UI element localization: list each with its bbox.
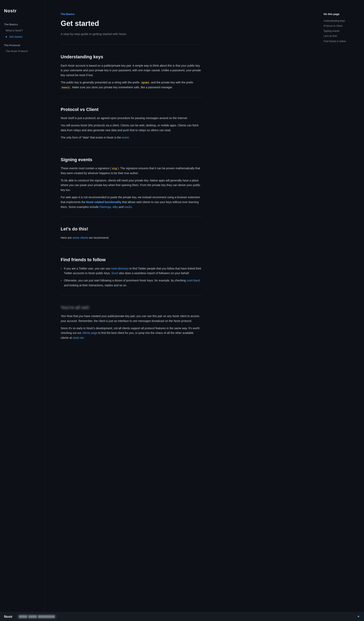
find-friends-list: If you are a Twitter user, you can use n… xyxy=(61,266,202,288)
link-snort[interactable]: Snort xyxy=(111,272,118,275)
link-clients-page[interactable]: clients page xyxy=(82,331,97,334)
page-subtitle: A step-by-step guide to getting started … xyxy=(61,32,202,36)
section-signing-events: Signing events These events must contain… xyxy=(61,154,202,209)
link-nostr-band[interactable]: nostr.band xyxy=(187,279,200,282)
on-this-page-item-1[interactable]: Protocol vs Client xyxy=(324,23,356,29)
section-continuation: You're all set! Yes! Now that you have c… xyxy=(61,302,202,340)
sidebar-item-nostr-protocol[interactable]: The Nostr Protocol xyxy=(0,48,44,54)
link-event[interactable]: event xyxy=(122,136,129,139)
on-this-page-item-3[interactable]: Let's do this! xyxy=(324,34,356,39)
list-item-twitter: If you are a Twitter user, you can use n… xyxy=(61,266,202,276)
section-para-cont-2: Since it's so early in Nostr's developme… xyxy=(61,326,202,340)
code-npub1: npub1 xyxy=(140,81,150,85)
link-nostr-functionality[interactable]: Nostr-related functionality xyxy=(86,200,121,204)
link-alby[interactable]: Alby xyxy=(112,205,118,208)
section-para-keys-2: The public key is generally presented as… xyxy=(61,80,202,90)
section-find-friends: Find friends to follow If you are a Twit… xyxy=(61,254,202,288)
section-para-signing-3: For web apps it is not recommended to pa… xyxy=(61,195,202,209)
section-heading-find-friends: Find friends to follow xyxy=(61,254,202,263)
page-title: Get started xyxy=(61,17,202,29)
sidebar: Nostr The Basics What is Nostr? Get star… xyxy=(0,0,45,621)
section-para-signing-1: These events must contain a signature (s… xyxy=(61,166,202,176)
list-item-prominent: Otherwise, you can just start following … xyxy=(61,278,202,288)
right-sidebar: On this page Understanding keys Protocol… xyxy=(319,0,360,48)
link-some-clients[interactable]: some clients xyxy=(72,236,88,239)
section-heading-protocol-vs-client: Protocol vs Client xyxy=(61,104,202,113)
code-nsec1: nsec1 xyxy=(61,86,71,89)
section-heading-understanding-keys: Understanding keys xyxy=(61,51,202,60)
sidebar-section-protocol: The Protocol xyxy=(0,42,44,48)
on-this-page-item-0[interactable]: Understanding keys xyxy=(324,18,356,23)
section-para-protocol-2: You will access Nostr (the protocol) via… xyxy=(61,123,202,133)
bottom-bar: Nostr ████ ████ ████████ ✦ xyxy=(0,612,364,621)
breadcrumb: The Basics xyxy=(61,12,202,17)
code-sig: sig xyxy=(111,167,118,170)
on-this-page-item-4[interactable]: Find friends to follow xyxy=(324,39,356,44)
sidebar-logo: Nostr xyxy=(0,5,44,19)
bottom-logo: Nostr xyxy=(4,614,13,619)
section-para-signing-2: To be able to construct the signature, c… xyxy=(61,178,202,192)
settings-icon[interactable]: ✦ xyxy=(357,614,360,620)
section-protocol-vs-client: Protocol vs Client Nostr itself is just … xyxy=(61,104,202,140)
main-content: The Basics Get started A step-by-step gu… xyxy=(45,0,218,621)
section-para-protocol-1: Nostr itself is just a protocol; an agre… xyxy=(61,116,202,121)
section-para-protocol-3: The only form of "data" that exists in N… xyxy=(61,135,202,140)
section-heading-lets-do-this: Let's do this! xyxy=(61,223,202,232)
on-this-page-item-2[interactable]: Signing events xyxy=(324,29,356,34)
sidebar-section-basics: The Basics xyxy=(0,21,44,28)
link-flamingo[interactable]: Flamingo xyxy=(99,205,111,208)
sidebar-item-what-is-nostr[interactable]: What is Nostr? xyxy=(0,28,44,34)
link-nostr-net[interactable]: nostr.net xyxy=(73,336,83,339)
section-para-keys-1: Each Nostr account is based on a public/… xyxy=(61,63,202,78)
section-para-lets-1: Here are some clients we recommend. xyxy=(61,236,202,240)
link-nos2x[interactable]: nos2x xyxy=(124,205,132,208)
section-para-cont-1: Yes! Now that you have created your publ… xyxy=(61,314,202,324)
link-nostr-directory[interactable]: nostr.directory xyxy=(111,267,129,270)
section-heading-signing-events: Signing events xyxy=(61,154,202,163)
on-this-page-title: On this page xyxy=(324,12,356,17)
section-understanding-keys: Understanding keys Each Nostr account is… xyxy=(61,51,202,90)
bottom-nav-pill: ████ ████ ████████ xyxy=(16,614,58,619)
section-lets-do-this: Let's do this! Here are some clients we … xyxy=(61,223,202,240)
section-heading-blurred: You're all set! xyxy=(61,302,202,311)
sidebar-item-get-started[interactable]: Get started xyxy=(0,34,44,40)
